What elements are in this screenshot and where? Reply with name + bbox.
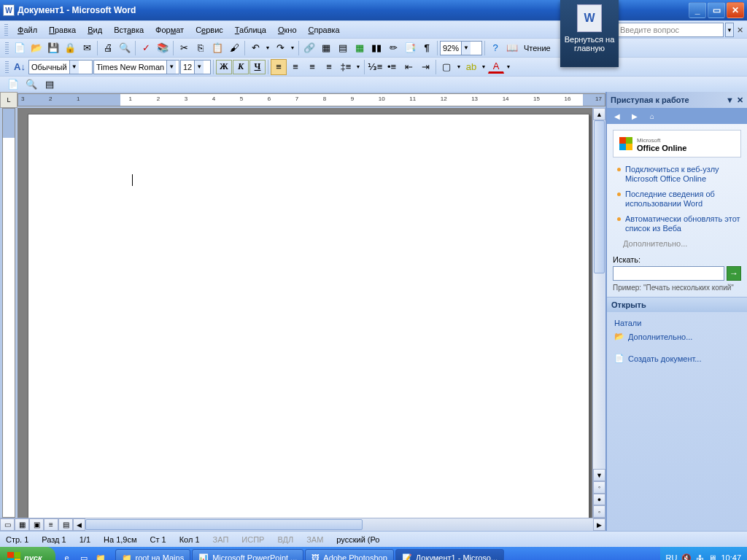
excel-icon[interactable]: ▦ [352,40,368,56]
return-overlay[interactable]: W Вернуться на главную [560,0,619,67]
preview-icon[interactable]: 🔍 [117,40,133,56]
research-icon[interactable]: 📚 [155,40,171,56]
grip-icon[interactable] [5,42,9,54]
scroll-thumb[interactable] [594,120,605,273]
hyperlink-icon[interactable]: 🔗 [301,40,317,56]
tab-selector[interactable]: L [0,92,18,108]
align-center-button[interactable]: ≡ [287,59,303,75]
font-color-button[interactable]: A [488,60,504,74]
scroll-down-button[interactable]: ▼ [593,469,605,481]
search-go-button[interactable]: → [727,266,741,281]
menu-file[interactable]: Файл [12,23,42,36]
menu-edit[interactable]: Правка [44,23,81,36]
scroll-left-button[interactable]: ◀ [73,518,85,531]
menu-tools[interactable]: Сервис [190,23,228,36]
horizontal-scrollbar[interactable]: ◀ ▶ [73,518,605,531]
page[interactable] [28,114,589,518]
menu-help[interactable]: Справка [303,23,345,36]
save-icon[interactable]: 💾 [45,40,61,56]
show-hide-icon[interactable]: ¶ [419,40,435,56]
italic-button[interactable]: К [233,60,249,74]
tray-icon[interactable]: 🔇 [681,553,692,561]
next-page-button[interactable]: ◦ [593,505,605,518]
spellcheck-icon[interactable]: ✓ [138,40,154,56]
taskpane-more-link[interactable]: Дополнительно... [623,239,741,248]
dropdown-icon[interactable]: ▼ [455,59,462,75]
nav-back-icon[interactable]: ◀ [611,109,624,122]
taskpane-link[interactable]: Последние сведения об использовании Word [617,190,741,209]
read-mode-icon[interactable]: 📖 [504,40,520,56]
taskpane-link[interactable]: Подключиться к веб-узлу Microsoft Office… [617,165,741,184]
menu-view[interactable]: Вид [82,23,107,36]
dropdown-icon[interactable]: ▼ [264,40,271,56]
taskpane-menu-icon[interactable]: ▼ [726,96,734,105]
mail-icon[interactable]: ✉ [79,40,95,56]
print-icon[interactable]: 🖨 [100,40,116,56]
outline-icon1[interactable]: 📄 [5,77,21,93]
system-tray[interactable]: RU 🔇 🖧 🖥 10:47 [660,547,747,560]
new-doc-icon[interactable]: 📄 [12,40,28,56]
cut-icon[interactable]: ✂ [176,40,192,56]
paste-icon[interactable]: 📋 [209,40,225,56]
taskpane-close-icon[interactable]: ✕ [737,96,743,105]
align-right-button[interactable]: ≡ [304,59,320,75]
recent-doc-link[interactable]: Натали [614,316,740,330]
bold-button[interactable]: Ж [216,60,232,74]
explorer-icon[interactable]: 📁 [93,550,108,560]
dropdown-icon[interactable]: ▼ [480,59,487,75]
browse-object-button[interactable]: ● [593,494,605,506]
status-ext[interactable]: ВДЛ [277,535,293,544]
desktop-icon[interactable]: ▭ [77,550,91,560]
increase-indent-button[interactable]: ⇥ [417,59,433,75]
open-icon[interactable]: 📂 [28,40,44,56]
dropdown-icon[interactable]: ▼ [505,59,512,75]
close-button[interactable]: ✕ [727,2,744,18]
minimize-button[interactable]: _ [689,2,706,18]
tray-clock[interactable]: 10:47 [721,553,741,560]
tray-icon[interactable]: 🖧 [696,553,704,560]
dropdown-icon[interactable]: ▼ [289,40,296,56]
reading-button[interactable]: Чтение [521,44,554,52]
status-lang[interactable]: русский (Ро [336,535,379,544]
taskbar-item[interactable]: 📁 root на Mains [115,549,191,560]
reading-view-button[interactable]: ▤ [58,518,73,531]
menu-table[interactable]: Таблица [230,23,271,36]
insert-table-icon[interactable]: ▤ [335,40,351,56]
vertical-scrollbar[interactable]: ▲ ▼ ◦ ● ◦ [592,108,605,518]
scroll-up-button[interactable]: ▲ [593,108,605,120]
grip-icon[interactable] [4,24,8,36]
menu-insert[interactable]: Вставка [109,23,149,36]
undo-icon[interactable]: ↶ [247,40,263,56]
styles-pane-icon[interactable]: A↓ [12,59,28,75]
decrease-indent-button[interactable]: ⇤ [400,59,417,75]
horizontal-ruler[interactable]: L 3211234567891011121314151617 [0,92,605,108]
vertical-ruler[interactable] [0,108,18,518]
normal-view-button[interactable]: ▭ [0,518,15,531]
help-icon[interactable]: ? [487,40,503,56]
doc-map-icon[interactable]: 📑 [402,40,418,56]
nav-home-icon[interactable]: ⌂ [646,109,659,122]
font-size-combo[interactable]: 12▼ [180,60,211,74]
scroll-right-button[interactable]: ▶ [593,518,605,531]
font-combo[interactable]: Times New Roman▼ [93,60,179,74]
status-rec[interactable]: ЗАП [213,535,229,544]
align-justify-button[interactable]: ≡ [321,59,337,75]
tray-lang[interactable]: RU [666,553,678,560]
drawing-icon[interactable]: ✏ [385,40,401,56]
permission-icon[interactable]: 🔒 [62,40,78,56]
help-question-input[interactable]: Введите вопрос [617,23,724,37]
create-doc-link[interactable]: 📄Создать документ... [614,351,740,366]
format-painter-icon[interactable]: 🖌 [226,40,242,56]
copy-icon[interactable]: ⎘ [193,40,209,56]
status-rev[interactable]: ИСПР [241,535,264,544]
outline-icon3[interactable]: ▤ [42,77,58,93]
tray-icon[interactable]: 🖥 [708,553,716,560]
taskbar-item[interactable]: 📊 Microsoft PowerPoint ... [192,549,303,560]
nav-forward-icon[interactable]: ▶ [628,109,641,122]
menubar-close-icon[interactable]: ✕ [735,23,744,37]
document-area[interactable] [18,108,592,518]
taskbar-item[interactable]: 🖼 Adobe Photoshop [305,549,393,560]
outline-icon2[interactable]: 🔍 [23,77,39,93]
start-button[interactable]: пуск [0,547,55,560]
print-view-button[interactable]: ▣ [29,518,44,531]
